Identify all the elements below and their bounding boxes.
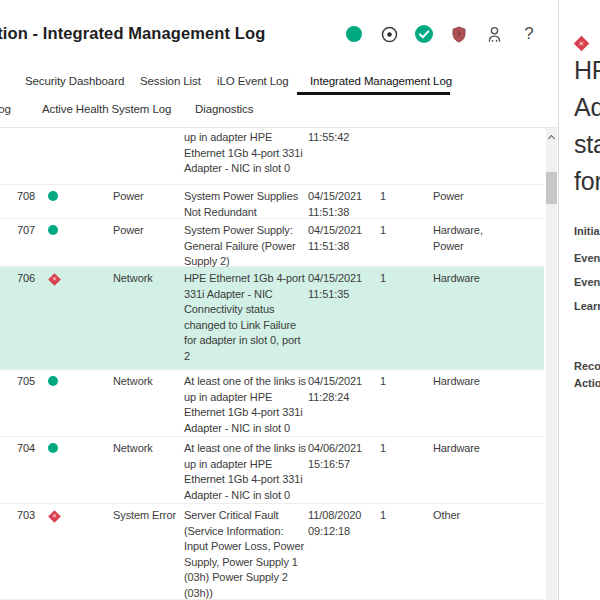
category-cell: Power: [433, 189, 464, 205]
person-glyph: [485, 25, 504, 44]
class-cell: Network: [113, 374, 153, 390]
severity-ok-icon: [48, 225, 58, 235]
count-cell: 1: [380, 271, 386, 287]
server-health-icon[interactable]: [344, 24, 364, 44]
target-glyph: [380, 25, 399, 44]
active-tab-underline: [297, 92, 450, 95]
class-cell: Network: [113, 441, 153, 457]
severity-critical-icon: [48, 510, 60, 522]
event-detail-panel: HPE Ethernet 1Gb 4-port 331i Adapter - N…: [558, 0, 600, 600]
table-row-708[interactable]: 708 Power System Power Supplies Not Redu…: [0, 185, 544, 219]
table-scrollbar[interactable]: [546, 128, 557, 600]
date-cell: 04/15/202111:51:35: [308, 271, 362, 302]
help-icon[interactable]: ?: [519, 24, 539, 44]
description-cell: At least one of the links is up in adapt…: [184, 374, 306, 436]
time-cell: 11:55:42: [308, 130, 349, 146]
field-label-learn-more: Learn More: [574, 300, 600, 312]
class-cell: Power: [113, 223, 144, 239]
count-cell: 1: [380, 223, 386, 239]
severity-ok-icon: [48, 191, 58, 201]
header-status-icons: ?: [344, 24, 539, 44]
description-cell: System Power Supplies Not Redundant: [184, 189, 298, 220]
scroll-up-arrow-icon[interactable]: [546, 128, 557, 146]
description-cell: System Power Supply: General Failure (Po…: [184, 223, 296, 270]
table-row-706-selected[interactable]: 706 Network HPE Ethernet 1Gb 4-port 331i…: [0, 267, 544, 370]
tab-security-dashboard[interactable]: Security Dashboard: [25, 75, 124, 87]
tab-ilo-event-log[interactable]: iLO Event Log: [217, 75, 289, 87]
user-session-icon[interactable]: [484, 24, 504, 44]
category-cell: Other: [433, 508, 460, 524]
tab-diagnostics[interactable]: Diagnostics: [195, 103, 253, 115]
date-cell: 11/08/202009:12:18: [308, 508, 361, 539]
date-cell: 04/15/202111:28:24: [308, 374, 362, 405]
class-cell: Network: [113, 271, 153, 287]
tab-session-list[interactable]: Session List: [140, 75, 201, 87]
date-cell: 04/06/202115:16:57: [308, 441, 362, 472]
id-cell: 705: [17, 374, 35, 390]
ilo-window: Information - Integrated Management Log: [0, 0, 600, 600]
date-cell: 04/15/202111:51:38: [308, 189, 362, 220]
id-cell: 706: [17, 271, 35, 287]
category-cell: Hardware: [433, 374, 480, 390]
field-label-event-class: Event Class: [574, 252, 600, 264]
id-cell: 704: [17, 441, 35, 457]
health-ok-dot: [346, 26, 362, 42]
date-cell: 04/15/202111:51:38: [308, 223, 362, 254]
class-cell: Power: [113, 189, 144, 205]
severity-ok-icon: [48, 376, 58, 386]
severity-ok-icon: [48, 443, 58, 453]
table-row-705[interactable]: 705 Network At least one of the links is…: [0, 370, 544, 437]
field-label-initial-update: Initial Update: [574, 225, 600, 237]
event-detail-heading: HPE Ethernet 1Gb 4-port 331i Adapter - N…: [574, 52, 600, 200]
count-cell: 1: [380, 189, 386, 205]
tab-active-health-system-log[interactable]: Active Health System Log: [42, 103, 171, 115]
description-cell: HPE Ethernet 1Gb 4-port 331i Adapter - N…: [184, 271, 305, 364]
description-cell: At least one of the links is up in adapt…: [184, 441, 306, 503]
class-cell: System Error: [113, 508, 176, 524]
shield-glyph: [450, 25, 468, 44]
field-label-recommended-action: Recommended Action: [574, 358, 600, 392]
uid-target-icon[interactable]: [379, 24, 399, 44]
id-cell: 703: [17, 508, 35, 524]
field-label-event-code: Event Code: [574, 276, 600, 288]
category-cell: Hardware: [433, 271, 480, 287]
count-cell: 1: [380, 374, 386, 390]
table-row-704[interactable]: 704 Network At least one of the links is…: [0, 437, 544, 504]
description-cell: up in adapter HPE Ethernet 1Gb 4-port 33…: [184, 130, 303, 177]
table-row-707[interactable]: 707 Power System Power Supply: General F…: [0, 219, 544, 267]
category-cell: Hardware, Power: [433, 223, 483, 254]
ilo-health-check-icon[interactable]: [414, 24, 434, 44]
help-question-mark: ?: [524, 24, 533, 44]
scrollbar-thumb[interactable]: [546, 172, 557, 204]
security-shield-icon[interactable]: [449, 24, 469, 44]
page-title: Information - Integrated Management Log: [0, 24, 265, 43]
count-cell: 1: [380, 441, 386, 457]
id-cell: 707: [17, 223, 35, 239]
critical-event-diamond-icon: [574, 36, 588, 50]
tab-integrated-management-log[interactable]: Integrated Management Log: [310, 75, 452, 87]
description-cell: Server Critical Fault (Service Informati…: [184, 508, 304, 600]
check-glyph: [414, 24, 434, 44]
severity-critical-icon: [48, 273, 60, 285]
category-cell: Hardware: [433, 441, 480, 457]
iml-log-table: up in adapter HPE Ethernet 1Gb 4-port 33…: [0, 128, 544, 600]
count-cell: 1: [380, 508, 386, 524]
table-row-703[interactable]: 703 System Error Server Critical Fault (…: [0, 504, 544, 600]
id-cell: 708: [17, 189, 35, 205]
table-row-partial[interactable]: up in adapter HPE Ethernet 1Gb 4-port 33…: [0, 128, 544, 185]
tab-security-log[interactable]: Security Log: [0, 103, 11, 115]
